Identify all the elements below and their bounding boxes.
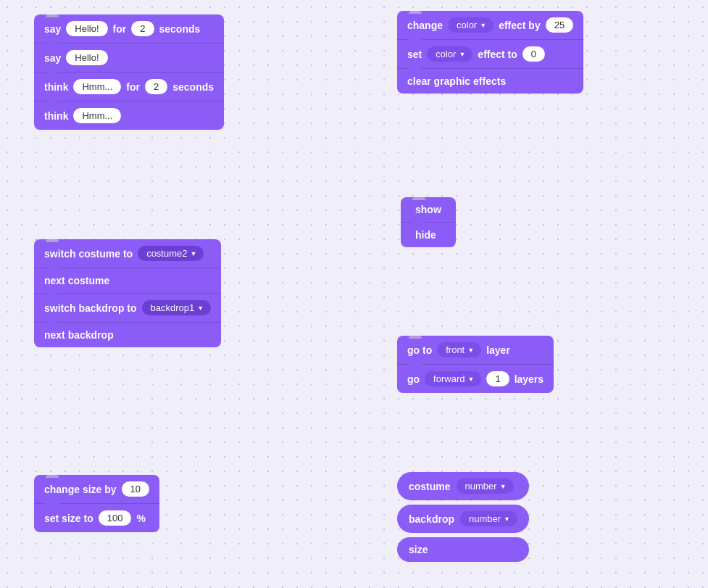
think-seconds-label: seconds [172,81,214,93]
say-think-group: say Hello! for 2 seconds say Hello! thin… [34,15,224,130]
say-hello-for-seconds-block[interactable]: say Hello! for 2 seconds [34,15,224,43]
hmm-input-2[interactable]: Hmm... [73,108,121,123]
effect-to-value[interactable]: 0 [522,46,545,62]
say-hello-block[interactable]: say Hello! [34,43,224,72]
switch-backdrop-block[interactable]: switch backdrop to backdrop1 [34,293,221,322]
costume-number-dropdown[interactable]: number [457,479,514,494]
size-change-value[interactable]: 10 [122,481,149,497]
size-value[interactable]: 100 [99,510,132,526]
seconds-label: seconds [159,23,201,35]
backdrop-number-dropdown[interactable]: number [460,511,517,526]
hello-input-2[interactable]: Hello! [66,50,107,65]
backdrop-dropdown[interactable]: backdrop1 [142,300,212,315]
switch-costume-label: switch costume to [44,248,133,260]
clear-graphic-effects-block[interactable]: clear graphic effects [397,68,583,94]
show-label: show [415,204,441,215]
set-size-label: set size to [44,513,93,524]
effect-to-label: effect to [478,49,517,60]
hello-input[interactable]: Hello! [66,21,107,36]
next-costume-label: next costume [44,275,109,286]
set-label: set [407,49,422,60]
forward-dropdown[interactable]: forward [425,371,481,386]
color-dropdown-2[interactable]: color [427,46,472,62]
switch-costume-block[interactable]: switch costume to costume2 [34,239,221,268]
percent-label: % [136,513,145,524]
change-color-effect-block[interactable]: change color effect by 25 [397,11,583,39]
effect-by-label: effect by [499,20,541,31]
go-to-front-layer-block[interactable]: go to front layer [397,336,554,364]
layers-value[interactable]: 1 [486,371,509,386]
backdrop-number-block[interactable]: backdrop number [397,505,529,533]
hide-label: hide [415,229,436,241]
color-dropdown-1[interactable]: color [448,17,493,33]
say-label: say [44,23,61,35]
scratch-blocks-canvas: say Hello! for 2 seconds say Hello! thin… [0,0,708,588]
costume-number-block[interactable]: costume number [397,472,529,500]
think-seconds-value[interactable]: 2 [145,79,167,94]
size-reporter-label: size [409,544,428,555]
set-color-effect-block[interactable]: set color effect to 0 [397,39,583,68]
layer-group: go to front layer go forward 1 layers [397,336,554,393]
change-size-label: change size by [44,484,117,495]
for-label: for [113,23,127,35]
go-to-label: go to [407,344,432,356]
say-label-2: say [44,52,61,64]
costume-backdrop-group: switch costume to costume2 next costume … [34,239,221,347]
think-hmm-block[interactable]: think Hmm... [34,101,224,130]
effect-group: change color effect by 25 set color effe… [397,11,583,94]
next-backdrop-block[interactable]: next backdrop [34,322,221,347]
reporter-group: costume number backdrop number size [397,472,529,562]
show-hide-group: show hide [401,197,456,247]
size-group: change size by 10 set size to 100 % [34,475,159,532]
front-dropdown[interactable]: front [437,342,481,357]
switch-backdrop-label: switch backdrop to [44,302,137,314]
think-label: think [44,81,68,93]
change-label: change [407,20,443,31]
layer-label: layer [486,344,510,356]
for-label-2: for [126,81,140,93]
hmm-input[interactable]: Hmm... [73,79,121,94]
size-reporter-block[interactable]: size [397,537,529,562]
costume-dropdown[interactable]: costume2 [138,246,204,261]
next-costume-block[interactable]: next costume [34,268,221,293]
show-block[interactable]: show [401,197,456,222]
hide-block[interactable]: hide [401,222,456,247]
backdrop-reporter-label: backdrop [409,513,454,525]
costume-reporter-label: costume [409,481,451,492]
layers-label: layers [515,373,544,385]
next-backdrop-label: next backdrop [44,329,114,341]
effect-value[interactable]: 25 [546,17,573,33]
seconds-value[interactable]: 2 [131,21,154,36]
go-label: go [407,373,420,385]
change-size-block[interactable]: change size by 10 [34,475,159,503]
clear-graphic-effects-label: clear graphic effects [407,75,506,87]
think-hmm-for-seconds-block[interactable]: think Hmm... for 2 seconds [34,72,224,101]
think-label-2: think [44,110,68,122]
